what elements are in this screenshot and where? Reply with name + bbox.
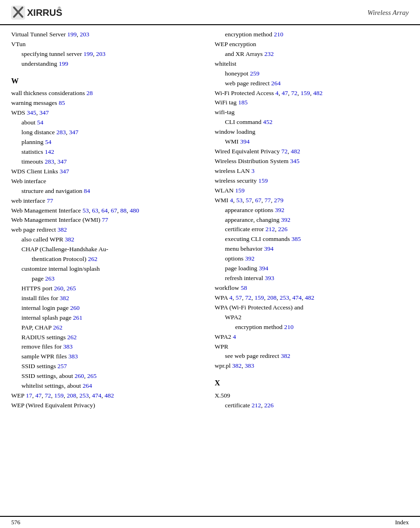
page-link[interactable]: 159 — [301, 89, 310, 96]
page-link[interactable]: 53 — [83, 207, 89, 214]
page-link[interactable]: 208 — [67, 392, 76, 399]
page-link[interactable]: 72 — [282, 148, 288, 155]
page-link[interactable]: 480 — [130, 207, 139, 214]
page-link[interactable]: 262 — [88, 255, 97, 262]
page-link[interactable]: 4 — [229, 294, 233, 301]
page-link[interactable]: 263 — [45, 275, 55, 282]
page-link[interactable]: 452 — [263, 118, 272, 125]
page-link[interactable]: 393 — [265, 274, 274, 281]
page-link[interactable]: 77 — [264, 197, 271, 204]
page-link[interactable]: 347 — [39, 109, 48, 116]
page-link[interactable]: 260 — [54, 285, 63, 292]
page-link[interactable]: 232 — [264, 50, 274, 57]
page-link[interactable]: 67 — [111, 207, 117, 214]
page-link[interactable]: 383 — [63, 343, 73, 350]
page-link[interactable]: 72 — [245, 294, 252, 301]
page-link[interactable]: 54 — [45, 138, 52, 145]
page-link[interactable]: 279 — [274, 197, 283, 204]
page-link[interactable]: 47 — [282, 89, 288, 96]
page-link[interactable]: 203 — [80, 31, 89, 38]
page-link[interactable]: 4 — [275, 89, 279, 96]
page-link[interactable]: 261 — [73, 314, 83, 321]
page-link[interactable]: 394 — [264, 245, 273, 252]
page-link[interactable]: 382 — [281, 352, 290, 359]
page-link[interactable]: 385 — [291, 235, 301, 242]
page-link[interactable]: 72 — [45, 392, 51, 399]
page-link[interactable]: 345 — [290, 158, 299, 165]
page-link[interactable]: 54 — [37, 119, 43, 126]
page-link[interactable]: 88 — [120, 207, 127, 214]
page-link[interactable]: 260 — [75, 372, 84, 379]
page-link[interactable]: 283 — [56, 129, 66, 136]
page-link[interactable]: 208 — [267, 294, 276, 301]
page-link[interactable]: 482 — [305, 294, 314, 301]
page-link[interactable]: 257 — [57, 363, 67, 370]
page-link[interactable]: 64 — [101, 207, 108, 214]
page-link[interactable]: 482 — [313, 89, 323, 96]
page-link[interactable]: 345 — [27, 109, 36, 116]
page-link[interactable]: 159 — [258, 177, 268, 184]
page-link[interactable]: 253 — [79, 392, 89, 399]
page-link[interactable]: 17 — [26, 392, 32, 399]
page-link[interactable]: 212 — [265, 226, 275, 233]
page-link[interactable]: 3 — [251, 167, 255, 174]
page-link[interactable]: 159 — [54, 392, 63, 399]
page-link[interactable]: 58 — [241, 284, 247, 291]
page-link[interactable]: 77 — [102, 216, 109, 223]
page-link[interactable]: 210 — [284, 323, 293, 330]
page-link[interactable]: 159 — [255, 294, 264, 301]
page-link[interactable]: 392 — [245, 255, 255, 262]
page-link[interactable]: 474 — [92, 392, 101, 399]
page-link[interactable]: 265 — [87, 372, 96, 379]
page-link[interactable]: 84 — [84, 187, 90, 194]
page-link[interactable]: 259 — [250, 70, 259, 77]
page-link[interactable]: 264 — [271, 80, 281, 87]
page-link[interactable]: 262 — [67, 334, 76, 341]
page-link[interactable]: 47 — [35, 392, 42, 399]
page-link[interactable]: 199 — [67, 31, 76, 38]
page-link[interactable]: 382 — [232, 362, 241, 369]
page-link[interactable]: 28 — [87, 89, 93, 96]
page-link[interactable]: 383 — [245, 362, 254, 369]
page-link[interactable]: 394 — [240, 138, 249, 145]
page-link[interactable]: 226 — [264, 402, 274, 409]
page-link[interactable]: 382 — [65, 236, 74, 243]
page-link[interactable]: 392 — [275, 206, 284, 213]
page-link[interactable]: 72 — [291, 89, 298, 96]
page-link[interactable]: 159 — [235, 187, 244, 194]
page-link[interactable]: 57 — [235, 294, 242, 301]
page-link[interactable]: 57 — [246, 197, 252, 204]
page-link[interactable]: 283 — [45, 158, 54, 165]
page-link[interactable]: 382 — [57, 226, 67, 233]
page-link[interactable]: 265 — [67, 285, 76, 292]
page-link[interactable]: 63 — [92, 207, 98, 214]
page-link[interactable]: 474 — [292, 294, 302, 301]
page-link[interactable]: 199 — [59, 60, 68, 67]
page-link[interactable]: 77 — [47, 197, 53, 204]
page-link[interactable]: 4 — [233, 333, 236, 340]
page-link[interactable]: 383 — [69, 353, 78, 360]
page-link[interactable]: 53 — [236, 197, 243, 204]
page-link[interactable]: 253 — [280, 294, 289, 301]
page-link[interactable]: 347 — [69, 129, 78, 136]
page-link[interactable]: 212 — [252, 402, 261, 409]
page-link[interactable]: 394 — [259, 265, 268, 272]
page-link[interactable]: 482 — [291, 148, 300, 155]
page-link[interactable]: 482 — [104, 392, 114, 399]
page-link[interactable]: 382 — [60, 295, 69, 302]
page-link[interactable]: 142 — [45, 148, 54, 155]
page-link[interactable]: 347 — [60, 168, 69, 175]
page-link[interactable]: 226 — [278, 226, 287, 233]
page-link[interactable]: 67 — [255, 197, 262, 204]
page-link[interactable]: 264 — [83, 382, 92, 389]
page-link[interactable]: 347 — [57, 158, 67, 165]
page-link[interactable]: 210 — [274, 31, 283, 38]
page-link[interactable]: 199 — [83, 50, 93, 57]
page-link[interactable]: 260 — [70, 304, 80, 311]
page-link[interactable]: 203 — [96, 50, 105, 57]
page-link[interactable]: 262 — [53, 324, 62, 331]
page-link[interactable]: 4 — [230, 197, 233, 204]
page-link[interactable]: 185 — [238, 99, 248, 106]
page-link[interactable]: 392 — [281, 216, 290, 223]
page-link[interactable]: 85 — [59, 99, 65, 106]
